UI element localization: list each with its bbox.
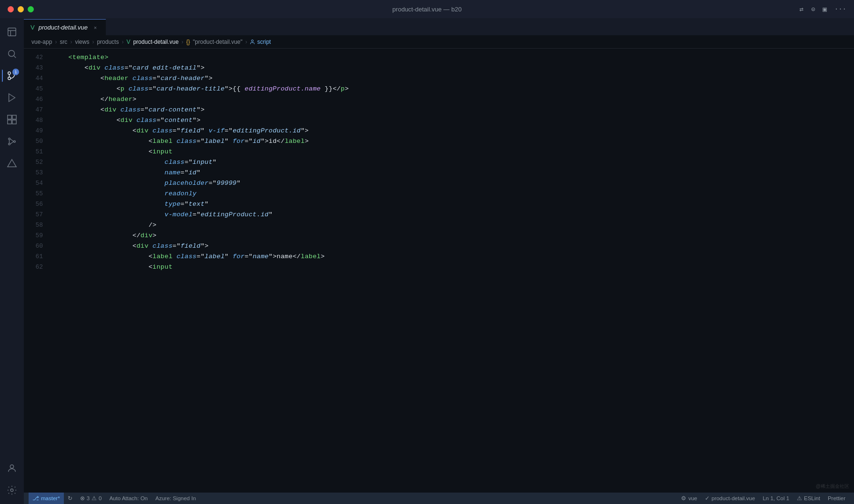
breadcrumb: vue-app › src › views › products › V pro… xyxy=(24,35,854,49)
eslint-icon: ⚠ xyxy=(797,495,802,502)
breadcrumb-file[interactable]: product-detail.vue xyxy=(133,39,178,45)
breadcrumb-component[interactable]: "product-detail.vue" xyxy=(193,39,243,45)
tab-label: product-detail.vue xyxy=(39,24,88,31)
code-line-53: 53 name="id" xyxy=(24,168,854,178)
cursor-position-status[interactable]: Ln 1, Col 1 xyxy=(759,493,793,504)
eslint-status[interactable]: ⚠ ESLint xyxy=(793,493,824,504)
layout-icon[interactable]: ▣ xyxy=(823,5,826,13)
svg-point-11 xyxy=(9,143,10,145)
eslint-label: ESLint xyxy=(804,495,820,501)
sidebar-item-triangle[interactable] xyxy=(2,153,22,173)
code-line-48: 48 <div class="content"> xyxy=(24,115,854,126)
svg-point-1 xyxy=(9,50,15,57)
sidebar-item-run[interactable] xyxy=(2,88,22,108)
tab-product-detail[interactable]: V product-detail.vue × xyxy=(24,19,106,35)
errors-status[interactable]: ⊗ 3 ⚠ 0 xyxy=(76,493,106,504)
code-line-42: 42 <template> xyxy=(24,52,854,63)
prettier-check-status[interactable]: ✓ product-detail.vue xyxy=(701,493,759,504)
svg-rect-0 xyxy=(8,28,16,36)
sidebar-item-git-graph[interactable] xyxy=(2,131,22,151)
svg-point-2 xyxy=(8,72,11,75)
svg-rect-6 xyxy=(8,115,11,119)
tab-bar: V product-detail.vue × xyxy=(24,18,854,35)
code-line-44: 44 <header class="card-header"> xyxy=(24,73,854,84)
azure-status[interactable]: Azure: Signed In xyxy=(152,493,200,504)
prettier-status[interactable]: Prettier xyxy=(824,493,849,504)
svg-point-16 xyxy=(251,40,253,41)
branch-name: master* xyxy=(41,495,60,501)
error-icon: ⊗ xyxy=(80,495,85,502)
svg-point-14 xyxy=(10,465,13,468)
auto-attach-status[interactable]: Auto Attach: On xyxy=(105,493,152,504)
search-icon[interactable]: ⊙ xyxy=(811,5,815,13)
breadcrumb-views[interactable]: views xyxy=(75,39,89,45)
warning-icon: ⚠ xyxy=(92,495,97,502)
sidebar-item-search[interactable] xyxy=(2,44,22,64)
sidebar-item-settings[interactable] xyxy=(2,480,22,500)
svg-point-12 xyxy=(14,141,16,142)
branch-icon: ⎇ xyxy=(32,495,39,502)
code-line-62: 62 <input xyxy=(24,262,854,272)
code-line-51: 51 <input xyxy=(24,147,854,157)
sidebar-item-extensions[interactable] xyxy=(2,110,22,130)
svg-rect-9 xyxy=(8,120,11,124)
breadcrumb-vue-app[interactable]: vue-app xyxy=(31,39,52,45)
activity-bar-bottom xyxy=(2,458,22,504)
code-line-55: 55 readonly xyxy=(24,189,854,199)
cursor-position-label: Ln 1, Col 1 xyxy=(762,495,789,501)
breadcrumb-script[interactable]: script xyxy=(250,39,271,45)
code-line-58: 58 /> xyxy=(24,220,854,231)
code-line-49: 49 <div class="field" v-if="editingProdu… xyxy=(24,126,854,136)
svg-point-10 xyxy=(9,138,10,140)
code-line-59: 59 </div> xyxy=(24,231,854,241)
warning-count: 0 xyxy=(99,495,102,501)
code-line-43: 43 <div class="card edit-detail"> xyxy=(24,63,854,73)
code-line-56: 56 type="text" xyxy=(24,199,854,210)
code-editor[interactable]: 42 <template> 43 <div class="card edit-d… xyxy=(24,49,854,493)
tab-close-button[interactable]: × xyxy=(92,24,99,31)
breadcrumb-src[interactable]: src xyxy=(60,39,67,45)
azure-label: Azure: Signed In xyxy=(155,495,196,501)
svg-marker-5 xyxy=(9,94,15,102)
split-editor-icon[interactable]: ⇄ xyxy=(799,5,803,13)
window-title: product-detail.vue — b20 xyxy=(392,6,461,13)
editor-area: V product-detail.vue × vue-app › src › v… xyxy=(24,18,854,504)
minimize-button[interactable] xyxy=(18,6,24,12)
sync-icon: ↻ xyxy=(68,495,72,502)
svg-point-15 xyxy=(10,489,13,492)
close-button[interactable] xyxy=(8,6,14,12)
main-container: 1 xyxy=(0,18,854,504)
code-line-47: 47 <div class="card-content"> xyxy=(24,105,854,115)
settings-icon: ⚙ xyxy=(681,495,686,502)
activity-bar: 1 xyxy=(0,18,24,504)
sidebar-item-source-control[interactable]: 1 xyxy=(2,66,22,86)
traffic-lights xyxy=(8,6,34,12)
sidebar-item-account[interactable] xyxy=(2,458,22,478)
code-line-45: 45 <p class="card-header-title">{{ editi… xyxy=(24,84,854,94)
sync-status[interactable]: ↻ xyxy=(64,493,76,504)
code-line-57: 57 v-model="editingProduct.id" xyxy=(24,210,854,220)
svg-point-3 xyxy=(8,77,11,80)
code-line-46: 46 </header> xyxy=(24,94,854,105)
check-icon: ✓ xyxy=(705,495,710,502)
maximize-button[interactable] xyxy=(28,6,34,12)
title-bar: product-detail.vue — b20 ⇄ ⊙ ▣ ··· xyxy=(0,0,854,18)
code-line-52: 52 class="input" xyxy=(24,157,854,168)
language-label: vue xyxy=(688,495,697,501)
git-branch-status[interactable]: ⎇ master* xyxy=(29,493,64,504)
vue-file-icon: V xyxy=(30,24,35,31)
breadcrumb-products[interactable]: products xyxy=(97,39,119,45)
svg-rect-7 xyxy=(12,115,16,119)
auto-attach-label: Auto Attach: On xyxy=(109,495,148,501)
sidebar-item-explorer[interactable] xyxy=(2,22,22,42)
code-line-60: 60 <div class="field"> xyxy=(24,241,854,252)
svg-rect-8 xyxy=(12,120,16,124)
more-actions-icon[interactable]: ··· xyxy=(834,5,846,13)
title-bar-actions: ⇄ ⊙ ▣ ··· xyxy=(799,5,846,13)
language-status[interactable]: ⚙ vue xyxy=(677,493,701,504)
status-bar: ⎇ master* ↻ ⊗ 3 ⚠ 0 Auto Attach: On Azur… xyxy=(24,493,854,504)
prettier-label: Prettier xyxy=(828,495,845,501)
code-line-50: 50 <label class="label" for="id">id</lab… xyxy=(24,136,854,147)
code-line-54: 54 placeholder="99999" xyxy=(24,178,854,189)
prettier-file-label: product-detail.vue xyxy=(712,495,755,501)
